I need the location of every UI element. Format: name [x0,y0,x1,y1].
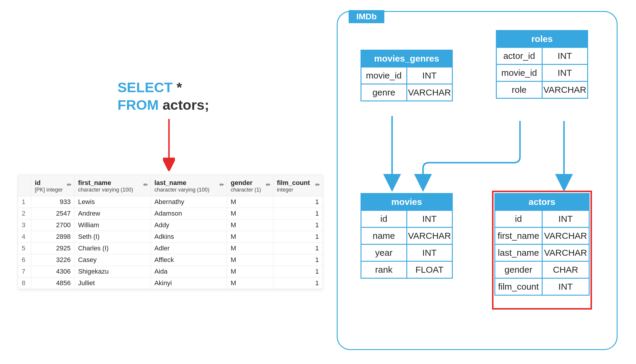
keyword-from: FROM [118,97,159,113]
cell: M [227,254,273,266]
column-name: film_count [277,179,319,187]
cell: 1 [273,231,322,243]
sql-table: actors; [162,97,209,113]
row-index: 1 [18,196,31,208]
row-index: 7 [18,266,31,277]
cell: 3226 [31,254,74,266]
cell: Affleck [151,254,227,266]
column-type: integer [277,187,319,193]
row-index: 4 [18,231,31,243]
table-row: 52925Charles (I)AdlerM1 [18,243,323,254]
cell: Julliet [74,277,151,289]
keyword-select: SELECT [118,79,173,95]
table-row: 32700WilliamAddyM1 [18,219,323,231]
cell: M [227,243,273,254]
cell: M [227,231,273,243]
cell: Adamson [151,208,227,219]
cell: 4306 [31,266,74,277]
cell: M [227,219,273,231]
column-type: [PK] integer [35,187,71,193]
cell: Seth (I) [74,231,151,243]
table-row: 84856JullietAkinyiM1 [18,277,323,289]
cell: 2925 [31,243,74,254]
cell: 933 [31,196,74,208]
relationship-arrows [337,11,618,350]
cell: Casey [74,254,151,266]
row-index: 6 [18,254,31,266]
cell: 1 [273,243,322,254]
table-row: 42898Seth (I)AdkinsM1 [18,231,323,243]
cell: M [227,196,273,208]
column-header: gendercharacter (1)✎ [227,175,273,196]
cell: 1 [273,219,322,231]
query-to-result-arrow [163,119,175,171]
cell: 1 [273,277,322,289]
row-index: 2 [18,208,31,219]
row-index: 3 [18,219,31,231]
cell: 1 [273,208,322,219]
table-row: 63226CaseyAffleckM1 [18,254,323,266]
arrow-roles-movies [423,121,520,189]
row-index: 8 [18,277,31,289]
column-type: character varying (100) [78,187,147,193]
cell: Aida [151,266,227,277]
column-header: film_countinteger✎ [273,175,322,196]
column-name: id [35,179,71,187]
cell: 2700 [31,219,74,231]
cell: Abernathy [151,196,227,208]
cell: Shigekazu [74,266,151,277]
table-row: 1933LewisAbernathyM1 [18,196,323,208]
row-index: 5 [18,243,31,254]
sql-query: SELECT * FROM actors; [118,79,209,114]
column-type: character varying (100) [154,187,223,193]
cell: M [227,266,273,277]
column-header: last_namecharacter varying (100)✎ [151,175,227,196]
column-name: last_name [154,179,223,187]
column-type: character (1) [231,187,269,193]
result-table-body: 1933LewisAbernathyM122547AndrewAdamsonM1… [18,196,323,289]
cell: Adler [151,243,227,254]
cell: Addy [151,219,227,231]
cell: Adkins [151,231,227,243]
cell: William [74,219,151,231]
table-row: 22547AndrewAdamsonM1 [18,208,323,219]
cell: 2547 [31,208,74,219]
cell: Charles (I) [74,243,151,254]
corner-cell [18,175,31,196]
column-header: id[PK] integer✎ [31,175,74,196]
result-table-head: id[PK] integer✎first_namecharacter varyi… [18,175,323,196]
cell: M [227,277,273,289]
cell: 4856 [31,277,74,289]
schema-diagram: IMDb movies_genres movie_idINTgenreVARCH… [337,11,618,350]
sql-star: * [176,79,182,95]
column-header: first_namecharacter varying (100)✎ [74,175,151,196]
cell: M [227,208,273,219]
cell: 2898 [31,231,74,243]
cell: 1 [273,196,322,208]
cell: 1 [273,266,322,277]
cell: Lewis [74,196,151,208]
cell: 1 [273,254,322,266]
cell: Akinyi [151,277,227,289]
cell: Andrew [74,208,151,219]
result-table: id[PK] integer✎first_namecharacter varyi… [18,175,323,289]
column-name: gender [231,179,269,187]
table-row: 74306ShigekazuAidaM1 [18,266,323,277]
column-name: first_name [78,179,147,187]
